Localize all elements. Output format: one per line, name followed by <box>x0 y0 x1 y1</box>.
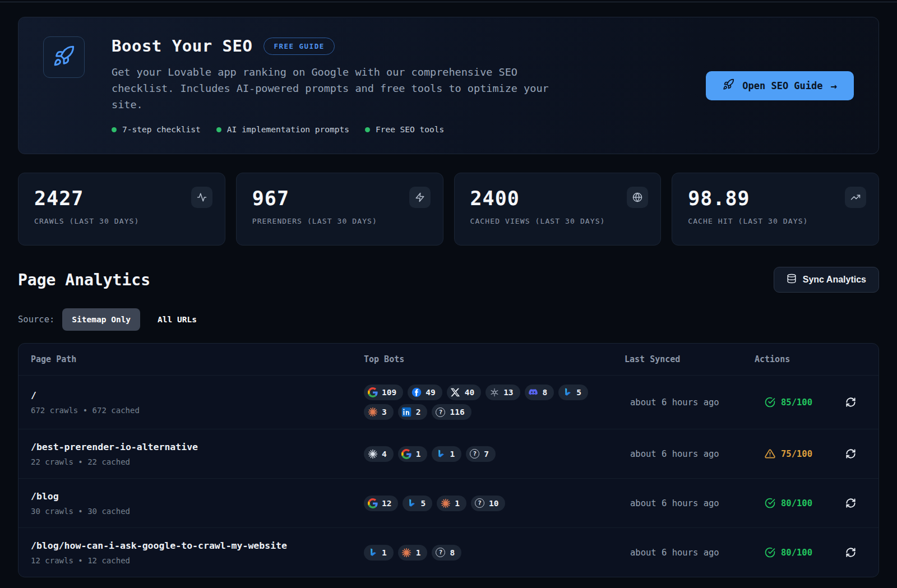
google-icon <box>367 498 378 508</box>
stat-label: CRAWLS (LAST 30 DAYS) <box>34 217 209 225</box>
bot-count: 1 <box>450 450 455 459</box>
page-path-link[interactable]: / <box>31 390 364 401</box>
refresh-button[interactable] <box>844 497 857 510</box>
bot-badge-claude: 1 <box>398 545 428 561</box>
stat-card-prerenders: 967 PRERENDERS (LAST 30 DAYS) <box>236 173 443 246</box>
last-synced-text: about 6 hours ago <box>625 397 755 408</box>
bot-count: 8 <box>543 388 548 397</box>
banner-description: Get your Lovable app ranking on Google w… <box>112 64 560 113</box>
page-analytics-title: Page Analytics <box>18 271 150 289</box>
green-dot-icon <box>112 127 117 132</box>
table-row: /blog 30 crawls • 30 cached 1251?10 abou… <box>19 478 878 527</box>
bot-badge-bing: 5 <box>403 496 432 511</box>
seo-guide-banner: Boost Your SEO FREE GUIDE Get your Lovab… <box>18 17 879 154</box>
banner-features: 7-step checklist AI implementation promp… <box>112 125 706 134</box>
header-top-bots: Top Bots <box>364 354 625 364</box>
stat-value: 967 <box>252 187 427 210</box>
seo-score-value: 75/100 <box>781 449 812 459</box>
bot-count: 1 <box>382 548 387 557</box>
header-actions: Actions <box>755 354 878 364</box>
refresh-button[interactable] <box>844 396 857 409</box>
globe-icon <box>627 187 648 208</box>
bot-badge-claude: 1 <box>437 496 466 511</box>
stat-value: 98.89 <box>688 187 863 210</box>
source-toggle: Source: Sitemap Only All URLs <box>18 307 879 332</box>
claude-icon <box>440 498 451 508</box>
claude-icon <box>401 547 412 558</box>
bot-badge-openai: 13 <box>486 385 520 400</box>
refresh-icon <box>845 547 856 558</box>
stat-card-crawls: 2427 CRAWLS (LAST 30 DAYS) <box>18 173 225 246</box>
bot-count: 12 <box>382 499 391 508</box>
bot-badges: 1251?10 <box>364 496 595 511</box>
bot-badges: 11?8 <box>364 545 595 561</box>
feature-label: Free SEO tools <box>376 125 444 134</box>
seo-score-value: 80/100 <box>781 548 812 558</box>
activity-icon <box>191 187 212 208</box>
arrow-right-icon: → <box>831 80 837 92</box>
bing-icon <box>406 498 417 508</box>
linkedin-icon <box>401 407 412 418</box>
last-synced-text: about 6 hours ago <box>625 498 755 508</box>
page-path-link[interactable]: /blog <box>31 491 364 502</box>
bot-count: 40 <box>465 388 474 397</box>
google-icon <box>367 387 378 398</box>
rocket-icon <box>53 45 75 70</box>
bot-badge-bing: 1 <box>432 446 461 462</box>
bing-icon <box>435 448 446 459</box>
bot-count: 7 <box>484 450 489 459</box>
bot-badges: 411?7 <box>364 446 595 462</box>
bot-badge-bing: 5 <box>558 385 588 400</box>
cta-label: Open SEO Guide <box>742 80 822 91</box>
stat-label: PRERENDERS (LAST 30 DAYS) <box>252 217 427 225</box>
database-icon <box>787 274 797 286</box>
bot-badge-unknown: ?7 <box>466 446 496 462</box>
discord-icon <box>528 387 539 398</box>
warning-triangle-icon <box>765 448 775 459</box>
page-path-link[interactable]: /blog/how-can-i-ask-google-to-crawl-my-w… <box>31 540 364 551</box>
source-option-all-urls[interactable]: All URLs <box>148 308 206 331</box>
sync-analytics-button[interactable]: Sync Analytics <box>774 267 879 293</box>
refresh-icon <box>845 397 856 408</box>
bot-count: 3 <box>382 408 387 416</box>
page-path-link[interactable]: /best-prerender-io-alternative <box>31 442 364 452</box>
seo-score: 85/100 <box>765 397 830 408</box>
bot-badge-claude: 3 <box>364 404 394 420</box>
perplexity-icon <box>367 448 378 459</box>
google-icon <box>401 448 412 459</box>
refresh-button[interactable] <box>844 547 857 559</box>
page-analytics-table: Page Path Top Bots Last Synced Actions /… <box>18 343 879 577</box>
source-option-sitemap-only[interactable]: Sitemap Only <box>62 308 140 331</box>
bot-count: 1 <box>416 548 421 557</box>
free-guide-badge: FREE GUIDE <box>263 38 334 55</box>
trending-up-icon <box>845 187 866 208</box>
feature-item: AI implementation prompts <box>216 125 349 134</box>
refresh-button[interactable] <box>844 448 857 460</box>
header-last-synced: Last Synced <box>625 354 755 364</box>
stat-card-cache-hit: 98.89 CACHE HIT (LAST 30 DAYS) <box>672 173 879 246</box>
stat-label: CACHED VIEWS (LAST 30 DAYS) <box>470 217 645 225</box>
bot-count: 10 <box>489 499 498 508</box>
feature-item: Free SEO tools <box>365 125 444 134</box>
header-page-path: Page Path <box>31 354 364 364</box>
seo-score-value: 85/100 <box>781 397 812 408</box>
bot-count: 116 <box>450 408 464 416</box>
bot-count: 13 <box>503 388 513 397</box>
open-seo-guide-button[interactable]: Open SEO Guide → <box>706 71 854 100</box>
facebook-icon <box>411 387 422 398</box>
stat-value: 2400 <box>470 187 645 210</box>
table-row: /blog/how-can-i-ask-google-to-crawl-my-w… <box>19 527 878 577</box>
zap-icon <box>409 187 431 208</box>
refresh-icon <box>845 448 856 459</box>
page-crawl-stats: 672 crawls • 672 cached <box>31 406 364 415</box>
stats-row: 2427 CRAWLS (LAST 30 DAYS) 967 PRERENDER… <box>18 173 879 246</box>
feature-item: 7-step checklist <box>112 125 201 134</box>
bot-badge-bing: 1 <box>364 545 394 561</box>
seo-score-value: 80/100 <box>781 498 812 508</box>
check-circle-icon <box>765 547 775 558</box>
bing-icon <box>562 387 572 398</box>
bot-badge-unknown: ?8 <box>432 545 461 561</box>
bing-icon <box>367 547 378 558</box>
seo-score: 80/100 <box>765 547 830 558</box>
bot-badge-google: 12 <box>364 496 398 511</box>
